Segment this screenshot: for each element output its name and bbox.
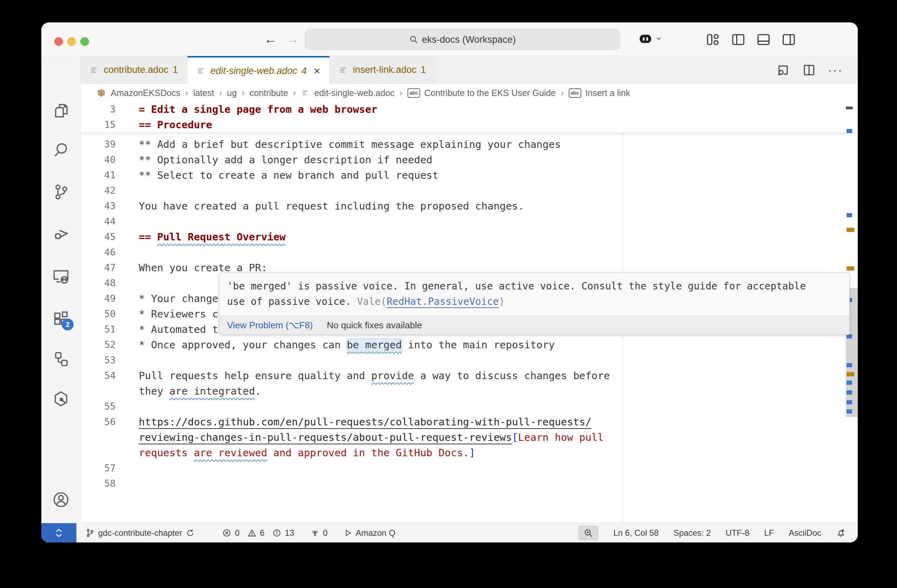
code-line[interactable]: 53 bbox=[81, 352, 858, 368]
code-line[interactable]: 15== Procedure bbox=[81, 117, 858, 132]
remote-indicator-button[interactable] bbox=[41, 523, 77, 542]
code-line[interactable]: 57 bbox=[81, 461, 858, 476]
toggle-primary-sidebar-icon[interactable] bbox=[731, 32, 745, 47]
code-line[interactable]: 58 bbox=[81, 476, 858, 491]
language-mode-item[interactable]: AsciiDoc bbox=[789, 528, 821, 538]
sticky-scroll[interactable]: 3= Edit a single page from a web browser… bbox=[81, 102, 858, 133]
search-view-icon[interactable] bbox=[52, 141, 70, 159]
line-number: 52 bbox=[81, 337, 116, 352]
code-line[interactable]: 44 bbox=[81, 214, 858, 229]
structure-view-icon[interactable] bbox=[52, 350, 70, 368]
code-line[interactable]: 41** Select to create a new branch and p… bbox=[81, 167, 858, 183]
code-line[interactable]: 3= Edit a single page from a web browser bbox=[81, 102, 858, 117]
cursor-position-item[interactable]: Ln 6, Col 58 bbox=[613, 528, 658, 538]
code-text: https://docs.github.com/en/pull-requests… bbox=[139, 414, 591, 430]
code-line[interactable]: 55 bbox=[81, 399, 858, 414]
code-text: * Your change bbox=[139, 291, 218, 306]
code-text: * Reviewers c bbox=[139, 306, 218, 322]
code-line[interactable]: reviewing-changes-in-pull-requests/about… bbox=[81, 430, 858, 445]
sync-icon bbox=[186, 528, 195, 537]
code-line[interactable]: 43You have created a pull request includ… bbox=[81, 198, 858, 214]
error-count: 0 bbox=[235, 528, 239, 538]
warning-icon bbox=[247, 528, 257, 537]
code-segment: Learn how pull bbox=[518, 431, 604, 443]
code-line[interactable]: 42 bbox=[81, 183, 858, 198]
toggle-panel-icon[interactable] bbox=[756, 32, 771, 47]
breadcrumb-item[interactable]: Insert a link bbox=[586, 88, 631, 98]
code-segment: ** Optionally add a longer description i… bbox=[139, 154, 432, 166]
mac-close-button[interactable] bbox=[54, 37, 63, 46]
code-line[interactable]: requests are reviewed and approved in th… bbox=[81, 445, 858, 461]
view-problem-action[interactable]: View Problem (⌥F8) bbox=[227, 320, 313, 331]
indentation-item[interactable]: Spaces: 2 bbox=[674, 528, 711, 538]
code-text: == Pull Request Overview bbox=[139, 229, 286, 245]
open-preview-icon[interactable] bbox=[776, 63, 790, 77]
code-segment: a way to discuss changes before bbox=[414, 370, 610, 381]
amazon-q-view-icon[interactable] bbox=[52, 390, 70, 408]
code-line[interactable]: 45== Pull Request Overview bbox=[81, 229, 858, 245]
problems-status-item[interactable]: 0 6 13 bbox=[222, 528, 294, 538]
breadcrumb-item[interactable]: ug bbox=[227, 88, 237, 98]
command-center-search[interactable]: eks-docs (Workspace) bbox=[305, 29, 620, 50]
line-number: 51 bbox=[81, 322, 116, 337]
code-text: == Procedure bbox=[139, 117, 212, 132]
code-line[interactable]: 54Pull requests help ensure quality and … bbox=[81, 368, 858, 383]
toggle-secondary-sidebar-icon[interactable] bbox=[781, 32, 796, 47]
tab-label: edit-single-web.adoc bbox=[211, 66, 297, 77]
code-segment: * Automated t bbox=[139, 323, 218, 335]
breadcrumb-item[interactable]: Contribute to the EKS User Guide bbox=[424, 88, 556, 98]
tab-insert-link-adoc[interactable]: insert-link.adoc 1 bbox=[330, 56, 436, 84]
overview-mark bbox=[846, 266, 854, 271]
branch-status-item[interactable]: gdc-contribute-chapter bbox=[86, 528, 195, 538]
breadcrumb-item[interactable]: contribute bbox=[250, 88, 288, 98]
eol-item[interactable]: LF bbox=[764, 528, 774, 538]
copilot-menu[interactable] bbox=[638, 32, 662, 46]
code-segment: Pull requests help ensure quality and bbox=[139, 370, 371, 381]
navigate-forward-button[interactable]: → bbox=[286, 31, 299, 47]
code-segment: https://docs.github.com/en/pull-requests… bbox=[139, 416, 591, 428]
breadcrumb-separator: › bbox=[242, 87, 245, 98]
code-text: ** Select to create a new branch and pul… bbox=[139, 167, 439, 183]
line-number: 46 bbox=[81, 245, 116, 260]
run-debug-icon[interactable] bbox=[52, 224, 70, 242]
code-line[interactable]: 52* Once approved, your changes can be m… bbox=[81, 337, 858, 352]
accounts-icon[interactable] bbox=[52, 491, 70, 509]
code-line[interactable]: 56https://docs.github.com/en/pull-reques… bbox=[81, 414, 858, 430]
code-segment: . bbox=[255, 385, 261, 397]
customize-layout-icon[interactable] bbox=[706, 32, 720, 47]
editor-pane[interactable]: ~~~~~~~~~~~~~ 39** Add a brief but descr… bbox=[81, 102, 858, 523]
code-segment: are reviewed bbox=[194, 447, 267, 459]
tab-edit-single-web-adoc[interactable]: edit-single-web.adoc 4 × bbox=[187, 56, 330, 84]
breadcrumb-item[interactable]: latest bbox=[193, 88, 214, 98]
zoom-status-item[interactable] bbox=[578, 525, 599, 541]
code-line[interactable]: 40** Optionally add a longer description… bbox=[81, 152, 858, 167]
overview-mark bbox=[846, 372, 854, 376]
source-control-icon[interactable] bbox=[52, 183, 70, 201]
mac-zoom-button[interactable] bbox=[80, 37, 89, 46]
breadcrumb-item[interactable]: edit-single-web.adoc bbox=[314, 88, 395, 98]
breadcrumb-item[interactable]: AmazonEKSDocs bbox=[111, 88, 181, 98]
line-number: 55 bbox=[81, 399, 116, 414]
split-editor-icon[interactable] bbox=[802, 63, 816, 77]
code-segment: provide bbox=[371, 370, 414, 381]
overview-mark bbox=[846, 228, 854, 232]
extensions-icon[interactable]: 2 bbox=[52, 309, 70, 328]
vale-rule-link[interactable]: RedHat.PassiveVoice bbox=[386, 296, 499, 307]
ports-status-item[interactable]: 0 bbox=[311, 528, 328, 538]
partial-line-squiggle: ~~~~~~~~~~~~~ bbox=[322, 132, 406, 135]
explorer-icon[interactable] bbox=[52, 102, 70, 120]
close-tab-icon[interactable]: × bbox=[314, 64, 320, 77]
notifications-bell-icon[interactable] bbox=[836, 528, 846, 538]
encoding-item[interactable]: UTF-8 bbox=[726, 528, 750, 538]
code-line[interactable]: they are integrated. bbox=[81, 383, 858, 399]
mac-minimize-button[interactable] bbox=[67, 37, 76, 46]
code-line[interactable]: 39** Add a brief but descriptive commit … bbox=[81, 137, 858, 152]
remote-explorer-icon[interactable] bbox=[52, 267, 70, 285]
code-text: ** Optionally add a longer description i… bbox=[139, 152, 432, 167]
navigate-back-button[interactable]: ← bbox=[264, 31, 277, 47]
code-line[interactable]: 46 bbox=[81, 245, 858, 260]
amazon-q-status-item[interactable]: Amazon Q bbox=[344, 528, 395, 538]
tab-contribute-adoc[interactable]: contribute.adoc 1 bbox=[81, 56, 187, 84]
more-actions-icon[interactable]: ··· bbox=[828, 63, 843, 77]
overview-mark bbox=[846, 390, 852, 395]
